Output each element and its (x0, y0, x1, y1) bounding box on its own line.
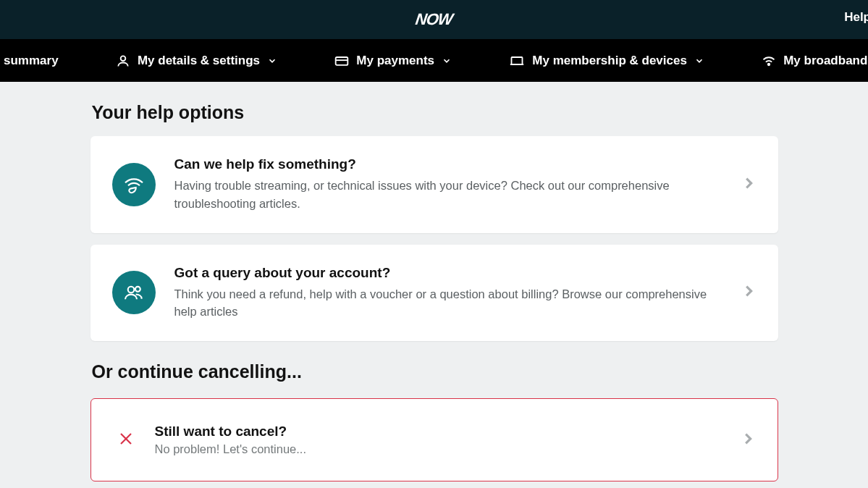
close-icon (117, 430, 135, 450)
nav-membership-devices[interactable]: My membership & devices (509, 54, 704, 68)
card-icon (334, 54, 349, 68)
help-options-heading: Your help options (90, 102, 778, 123)
nav-payments[interactable]: My payments (334, 54, 452, 68)
nav-label: My details & settings (138, 54, 260, 68)
nav-label: My broadband & ca (783, 54, 868, 68)
continue-cancelling-heading: Or continue cancelling... (90, 361, 778, 382)
svg-point-0 (121, 56, 126, 61)
support-icon (112, 163, 156, 206)
svg-rect-1 (336, 57, 348, 65)
card-title: Got a query about your account? (174, 265, 722, 281)
help-link[interactable]: Help (844, 10, 868, 25)
chevron-right-icon (740, 431, 756, 450)
svg-point-5 (768, 63, 770, 65)
person-icon (116, 54, 130, 68)
chevron-down-icon (267, 56, 277, 66)
card-desc: No problem! Let's continue... (155, 442, 720, 456)
nav-account-summary[interactable]: count summary (0, 54, 59, 68)
account-query-card[interactable]: Got a query about your account? Think yo… (90, 245, 778, 342)
svg-rect-3 (512, 57, 523, 64)
chevron-right-icon (741, 283, 757, 302)
help-fix-card[interactable]: Can we help fix something? Having troubl… (90, 136, 778, 233)
card-content: Got a query about your account? Think yo… (174, 265, 722, 321)
account-subnav: count summary My details & settings My p… (0, 39, 868, 82)
svg-point-6 (127, 287, 134, 293)
card-title: Can we help fix something? (174, 156, 722, 172)
header-bar: NOW Help (0, 0, 868, 39)
nav-broadband-calls[interactable]: My broadband & ca (762, 54, 868, 68)
nav-label: count summary (0, 54, 59, 68)
main-content: Your help options Can we help fix someth… (90, 82, 778, 488)
devices-icon (509, 54, 525, 68)
nav-details-settings[interactable]: My details & settings (116, 54, 277, 68)
chevron-down-icon (694, 56, 704, 66)
card-title: Still want to cancel? (155, 424, 720, 439)
nav-label: My payments (356, 54, 434, 68)
still-cancel-card[interactable]: Still want to cancel? No problem! Let's … (90, 398, 778, 481)
now-logo[interactable]: NOW (414, 10, 453, 29)
nav-label: My membership & devices (532, 54, 687, 68)
wifi-icon (762, 54, 776, 68)
card-content: Still want to cancel? No problem! Let's … (155, 424, 720, 456)
card-content: Can we help fix something? Having troubl… (174, 156, 722, 213)
chevron-right-icon (741, 175, 757, 194)
svg-point-7 (135, 287, 140, 292)
people-icon (112, 271, 156, 314)
card-desc: Think you need a refund, help with a vou… (174, 285, 722, 321)
card-desc: Having trouble streaming, or technical i… (174, 177, 722, 213)
chevron-down-icon (442, 56, 452, 66)
